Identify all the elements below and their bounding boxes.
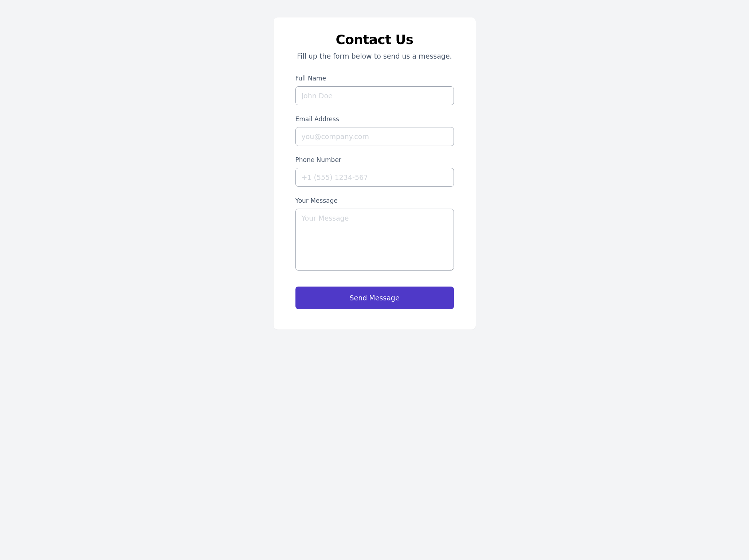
contact-form-card: Contact Us Fill up the form below to sen…	[274, 17, 476, 330]
phone-label: Phone Number	[295, 156, 454, 163]
message-label: Your Message	[295, 197, 454, 204]
page-title: Contact Us	[295, 32, 454, 47]
email-label: Email Address	[295, 115, 454, 123]
phone-group: Phone Number	[295, 156, 454, 187]
send-message-button[interactable]: Send Message	[295, 287, 454, 309]
contact-form: Full Name Email Address Phone Number You…	[295, 75, 454, 309]
email-group: Email Address	[295, 115, 454, 146]
phone-input[interactable]	[295, 168, 454, 187]
email-input[interactable]	[295, 127, 454, 146]
page-subtitle: Fill up the form below to send us a mess…	[295, 52, 454, 60]
full-name-label: Full Name	[295, 75, 454, 82]
full-name-group: Full Name	[295, 75, 454, 105]
message-group: Your Message	[295, 197, 454, 272]
message-textarea[interactable]	[295, 209, 454, 271]
full-name-input[interactable]	[295, 86, 454, 105]
